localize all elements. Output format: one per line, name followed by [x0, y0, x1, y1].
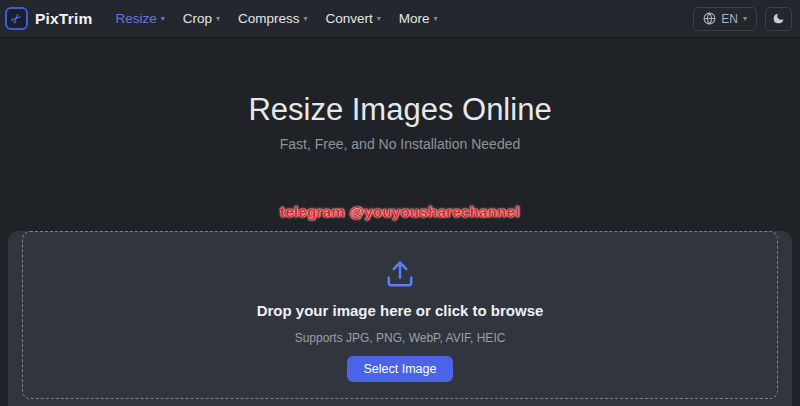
header-actions: EN ▾: [693, 7, 792, 31]
top-nav: ✂ PixTrim Resize ▾ Crop ▾ Compress ▾ Con…: [0, 0, 800, 38]
nav-item-crop[interactable]: Crop ▾: [174, 11, 229, 26]
nav-item-label: Crop: [183, 11, 212, 26]
dropzone[interactable]: Drop your image here or click to browse …: [22, 231, 778, 399]
nav-item-more[interactable]: More ▾: [390, 11, 447, 26]
page-subtitle: Fast, Free, and No Installation Needed: [0, 135, 800, 153]
brand-name: PixTrim: [35, 10, 92, 28]
chevron-down-icon: ▾: [303, 15, 307, 23]
pixtrim-logo: ✂: [5, 7, 28, 30]
watermark-text: telegram @youyousharechannel: [0, 203, 800, 220]
moon-icon: [772, 12, 785, 25]
brand[interactable]: ✂ PixTrim: [5, 7, 92, 30]
chevron-down-icon: ▾: [216, 15, 220, 23]
main-content: Resize Images Online Fast, Free, and No …: [0, 93, 800, 406]
nav-item-compress[interactable]: Compress ▾: [229, 11, 317, 26]
upload-icon: [385, 259, 415, 289]
chevron-down-icon: ▾: [161, 15, 165, 23]
language-selector[interactable]: EN ▾: [693, 7, 757, 31]
supported-formats: Supports JPG, PNG, WebP, AVIF, HEIC: [23, 331, 777, 345]
scissors-icon: ✂: [8, 10, 25, 27]
nav-item-label: Convert: [326, 11, 373, 26]
globe-icon: [703, 12, 716, 25]
upload-card: Drop your image here or click to browse …: [8, 231, 792, 406]
select-image-button[interactable]: Select Image: [347, 356, 454, 382]
nav-item-convert[interactable]: Convert ▾: [317, 11, 390, 26]
nav-item-label: Resize: [115, 11, 156, 26]
drop-instruction: Drop your image here or click to browse: [23, 302, 777, 319]
language-label: EN: [721, 12, 738, 26]
page-title: Resize Images Online: [0, 93, 800, 127]
chevron-down-icon: ▾: [377, 15, 381, 23]
chevron-down-icon: ▾: [434, 15, 438, 23]
nav-item-label: Compress: [238, 11, 300, 26]
chevron-down-icon: ▾: [743, 15, 747, 23]
nav-item-label: More: [399, 11, 430, 26]
nav-item-resize[interactable]: Resize ▾: [106, 11, 173, 26]
main-nav: Resize ▾ Crop ▾ Compress ▾ Convert ▾ Mor…: [106, 11, 446, 26]
theme-toggle-button[interactable]: [765, 7, 792, 31]
